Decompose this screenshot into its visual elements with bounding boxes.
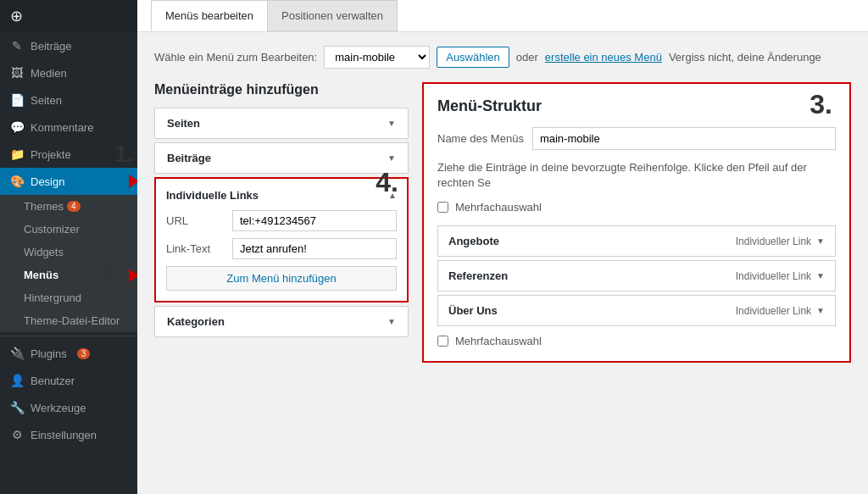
menu-entry-ueber-uns[interactable]: Über Uns Individueller Link ▼	[437, 295, 836, 326]
chevron-ueber-uns: ▼	[816, 306, 825, 315]
chevron-referenzen: ▼	[816, 271, 825, 280]
sidebar-item-design[interactable]: 🎨 Design	[0, 168, 137, 195]
entry-right-angebote: Individueller Link ▼	[736, 236, 825, 247]
url-row: URL	[166, 210, 397, 231]
wp-icon: ⊕	[10, 7, 23, 25]
einstellungen-icon: ⚙	[10, 428, 24, 441]
step-1-label: 1.	[114, 141, 134, 168]
sidebar-item-hintergrund[interactable]: Hintergrund	[0, 286, 137, 309]
kommentare-icon: 💬	[10, 120, 24, 134]
two-col-layout: Menüeinträge hinzufügen Seiten ▼ Beiträg…	[154, 82, 851, 363]
accordion-kategorien-arrow: ▼	[387, 317, 396, 326]
link-text-row: Link-Text	[166, 238, 397, 259]
design-arrow	[129, 175, 137, 188]
mehrfach-label-top: Mehrfachauswahl	[455, 201, 542, 214]
step-3-label: 3.	[810, 89, 832, 120]
sidebar-item-seiten[interactable]: 📄 Seiten	[0, 86, 137, 114]
entry-right-referenzen: Individueller Link ▼	[736, 270, 825, 282]
sidebar-item-menus[interactable]: Menüs 2.	[0, 264, 137, 286]
info-text: Ziehe die Einträge in deine bevorzugte R…	[437, 160, 836, 191]
mehrfach-checkbox-top[interactable]	[437, 202, 448, 213]
projekte-icon: 📁	[10, 147, 24, 161]
wp-logo: ⊕	[0, 0, 137, 32]
sidebar-item-theme-datei-editor[interactable]: Theme-Datei-Editor	[0, 309, 137, 332]
plugins-badge: 3	[77, 348, 91, 359]
menu-entry-angebote[interactable]: Angebote Individueller Link ▼	[437, 225, 836, 257]
or-text: oder	[516, 51, 538, 64]
accordion-beitraege-header[interactable]: Beiträge ▼	[155, 143, 408, 173]
benutzer-icon: 👤	[10, 374, 24, 387]
accordion-seiten-arrow: ▼	[387, 119, 396, 128]
design-icon: 🎨	[10, 175, 24, 188]
sidebar-item-einstellungen[interactable]: ⚙ Einstellungen	[0, 421, 137, 448]
tab-positionen-verwalten[interactable]: Positionen verwalten	[267, 0, 398, 31]
step-2-label: 2.	[101, 260, 120, 287]
sidebar-item-plugins[interactable]: 🔌 Plugins 3	[0, 340, 137, 367]
werkzeuge-icon: 🔧	[10, 401, 24, 414]
indiv-links-header[interactable]: Individuelle Links ▲	[166, 189, 397, 202]
accordion-beitraege-arrow: ▼	[387, 153, 396, 163]
sidebar: ⊕ ✎ Beiträge 🖼 Medien 📄 Seiten 💬 Komment…	[0, 0, 137, 494]
sidebar-item-kommentare[interactable]: 💬 Kommentare	[0, 114, 137, 141]
sidebar-item-themes[interactable]: Themes 4	[0, 195, 137, 218]
entry-right-ueber-uns: Individueller Link ▼	[736, 305, 825, 317]
tabs-bar: Menüs bearbeiten Positionen verwalten	[137, 0, 868, 32]
sidebar-item-customizer[interactable]: Customizer	[0, 218, 137, 241]
create-menu-link[interactable]: erstelle ein neues Menü	[545, 51, 662, 64]
beitraege-icon: ✎	[10, 39, 24, 53]
right-column: 3. Menü-Struktur Name des Menüs Ziehe di…	[422, 82, 851, 363]
plugins-icon: 🔌	[10, 347, 24, 360]
sidebar-item-medien[interactable]: 🖼 Medien	[0, 59, 137, 86]
menu-entry-referenzen[interactable]: Referenzen Individueller Link ▼	[437, 260, 836, 291]
left-column: Menüeinträge hinzufügen Seiten ▼ Beiträg…	[154, 82, 409, 341]
menus-arrow	[129, 269, 137, 282]
design-submenu: Themes 4 Customizer Widgets Menüs 2. Hin…	[0, 195, 137, 332]
main-content: Menüs bearbeiten Positionen verwalten Wä…	[137, 0, 868, 494]
menu-name-input[interactable]	[532, 127, 836, 150]
mehrfach-label-bottom: Mehrfachauswahl	[455, 335, 542, 347]
step-4-label: 4.	[376, 167, 398, 198]
seiten-icon: 📄	[10, 93, 24, 107]
content-area: Wähle ein Menü zum Bearbeiten: main-mobi…	[137, 32, 868, 376]
link-text-label: Link-Text	[166, 242, 225, 255]
menu-select-label: Wähle ein Menü zum Bearbeiten:	[154, 51, 317, 64]
individuelle-links-box: 4. Individuelle Links ▲ URL Link-Text Zu…	[154, 177, 409, 303]
divider-1	[0, 336, 137, 336]
accordion-kategorien[interactable]: Kategorien ▼	[154, 306, 409, 337]
medien-icon: 🖼	[10, 66, 24, 80]
mehrfach-checkbox-row-bottom: Mehrfachauswahl	[437, 335, 836, 347]
section-title-left: Menüeinträge hinzufügen	[154, 82, 409, 97]
accordion-kategorien-header[interactable]: Kategorien ▼	[155, 307, 408, 336]
mehrfach-checkbox-bottom[interactable]	[437, 336, 448, 347]
chevron-angebote: ▼	[816, 236, 825, 246]
name-label: Name des Menüs	[437, 132, 524, 145]
mehrfach-checkbox-row-top: Mehrfachauswahl	[437, 201, 836, 214]
url-label: URL	[166, 214, 225, 227]
menu-select-dropdown[interactable]: main-mobile	[324, 46, 430, 69]
sidebar-item-projekte[interactable]: 📁 Projekte 1.	[0, 141, 137, 168]
accordion-seiten[interactable]: Seiten ▼	[154, 108, 409, 139]
reminder-text: Vergiss nicht, deine Änderunge	[669, 51, 821, 64]
struktur-title: Menü-Struktur	[437, 97, 836, 115]
url-input[interactable]	[232, 210, 397, 231]
menu-name-row: Name des Menüs	[437, 127, 836, 150]
accordion-seiten-header[interactable]: Seiten ▼	[155, 108, 408, 138]
tab-menus-bearbeiten[interactable]: Menüs bearbeiten	[151, 0, 268, 31]
auswahlen-button[interactable]: Auswählen	[437, 47, 509, 68]
sidebar-item-beitraege[interactable]: ✎ Beiträge	[0, 32, 137, 59]
sidebar-item-werkzeuge[interactable]: 🔧 Werkzeuge	[0, 394, 137, 421]
sidebar-item-benutzer[interactable]: 👤 Benutzer	[0, 367, 137, 394]
themes-badge: 4	[67, 201, 81, 212]
menu-select-row: Wähle ein Menü zum Bearbeiten: main-mobi…	[154, 46, 851, 69]
accordion-beitraege[interactable]: Beiträge ▼	[154, 142, 409, 174]
link-text-input[interactable]	[232, 238, 397, 259]
zum-menu-hinzufuegen-button[interactable]: Zum Menü hinzufügen	[166, 266, 397, 291]
